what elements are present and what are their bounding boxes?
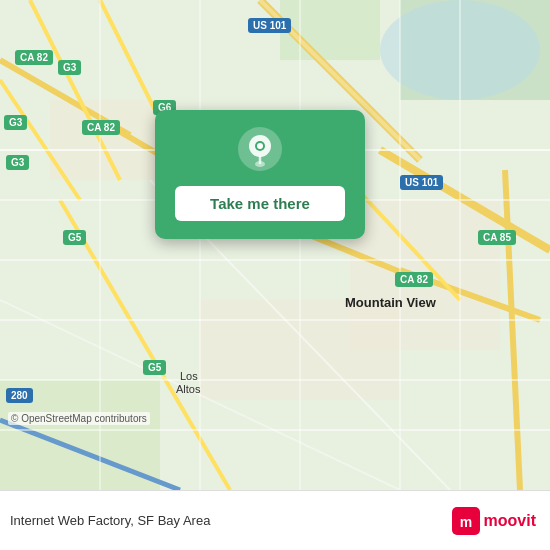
badge-g5-1: G5	[63, 230, 86, 245]
bottom-title: Internet Web Factory, SF Bay Area	[10, 513, 210, 528]
moovit-logo: m moovit	[452, 507, 536, 535]
moovit-text: moovit	[484, 512, 536, 530]
svg-rect-5	[50, 100, 170, 180]
location-pin-icon	[237, 126, 283, 172]
copyright-text: © OpenStreetMap contributors	[8, 412, 150, 425]
label-mountain-view: Mountain View	[345, 295, 436, 310]
badge-ca82-1: CA 82	[15, 50, 53, 65]
badge-g5-2: G5	[143, 360, 166, 375]
badge-us101-2: US 101	[400, 175, 443, 190]
label-altos: Altos	[176, 383, 200, 395]
label-los: Los	[180, 370, 198, 382]
badge-ca82-4: CA 82	[395, 272, 433, 287]
badge-ca85: CA 85	[478, 230, 516, 245]
svg-text:m: m	[459, 514, 471, 530]
badge-g3-2: G3	[4, 115, 27, 130]
bottom-bar: Internet Web Factory, SF Bay Area m moov…	[0, 490, 550, 550]
badge-g3-1: G3	[58, 60, 81, 75]
badge-ca82-2: CA 82	[82, 120, 120, 135]
badge-g3-3: G3	[6, 155, 29, 170]
badge-us101-1: US 101	[248, 18, 291, 33]
svg-point-40	[257, 143, 263, 149]
take-me-there-button[interactable]: Take me there	[175, 186, 345, 221]
moovit-icon: m	[452, 507, 480, 535]
badge-280: 280	[6, 388, 33, 403]
map-container: US 101 US 101 CA 82 CA 82 CA 82 CA 82 CA…	[0, 0, 550, 490]
location-card: Take me there	[155, 110, 365, 239]
